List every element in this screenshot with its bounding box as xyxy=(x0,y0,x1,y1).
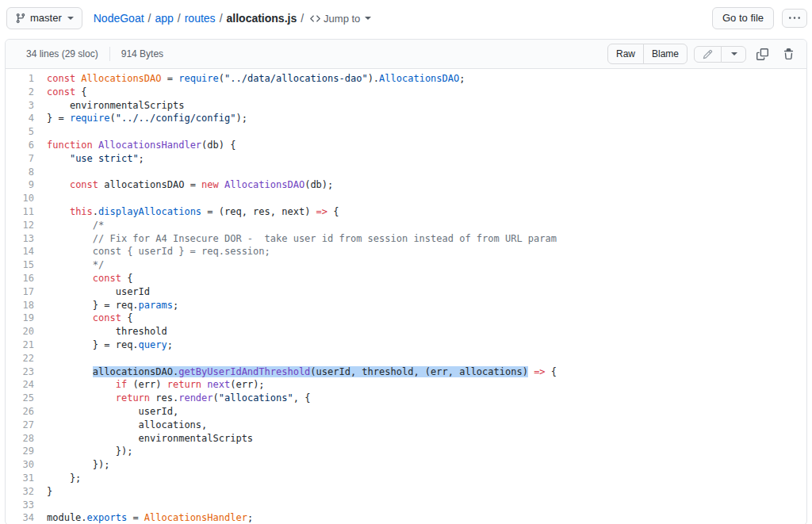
code-token: function xyxy=(47,140,93,151)
breadcrumb-repo-link[interactable]: NodeGoat xyxy=(94,12,144,25)
line-number[interactable]: 4 xyxy=(6,112,40,125)
code-token xyxy=(93,140,98,151)
code-token: (db); xyxy=(304,179,333,190)
raw-button[interactable]: Raw xyxy=(607,44,644,64)
line-number[interactable]: 24 xyxy=(6,378,40,392)
line-number[interactable]: 10 xyxy=(6,192,40,205)
copy-icon xyxy=(756,48,768,60)
branch-name: master xyxy=(30,11,62,25)
code-token: const xyxy=(93,273,121,284)
code-line: 4} = require("../../config/config"); xyxy=(6,112,806,125)
breadcrumb-dir-link-routes[interactable]: routes xyxy=(185,12,216,25)
code-line: 3 environmentalScripts xyxy=(6,99,806,113)
line-number[interactable]: 1 xyxy=(6,72,40,86)
line-content: allocationsDAO.getByUserIdAndThreshold(u… xyxy=(40,365,806,379)
line-content: } = require("../../config/config"); xyxy=(40,112,806,125)
line-number[interactable]: 30 xyxy=(6,458,40,472)
code-token: = xyxy=(162,73,179,84)
copy-file-button[interactable] xyxy=(753,46,772,63)
edit-dropdown-button[interactable] xyxy=(721,46,746,63)
line-number[interactable]: 7 xyxy=(6,152,40,166)
line-number[interactable]: 8 xyxy=(6,166,40,179)
line-number[interactable]: 12 xyxy=(6,219,40,232)
code-token: const xyxy=(47,73,75,84)
code-line: 25 return res.render("allocations", { xyxy=(6,392,806,405)
code-token: "../data/allocations-dao" xyxy=(224,73,368,84)
line-number[interactable]: 2 xyxy=(6,86,40,99)
jump-to-dropdown[interactable]: Jump to xyxy=(310,13,371,25)
code-line: 27 allocations, xyxy=(6,419,806,432)
line-content: } = req.params; xyxy=(40,299,806,312)
code-token: => xyxy=(534,366,545,377)
code-line: 21 } = req.query; xyxy=(6,338,806,352)
line-number[interactable]: 11 xyxy=(6,205,40,219)
code-token: render xyxy=(178,392,213,404)
line-number[interactable]: 23 xyxy=(6,365,40,379)
code-token xyxy=(219,179,224,190)
line-content: environmentalScripts xyxy=(40,99,806,113)
line-number[interactable]: 20 xyxy=(6,325,40,338)
code-token xyxy=(47,206,70,217)
delete-file-button[interactable] xyxy=(779,46,799,63)
line-number[interactable]: 16 xyxy=(6,272,40,285)
line-content xyxy=(40,499,806,512)
line-content xyxy=(40,125,806,139)
line-number[interactable]: 26 xyxy=(6,405,40,419)
code-token: = xyxy=(127,512,144,523)
line-content: userId xyxy=(40,285,806,299)
breadcrumb-separator: / xyxy=(178,12,181,25)
line-number[interactable]: 27 xyxy=(6,419,40,432)
line-number[interactable]: 21 xyxy=(6,338,40,352)
more-options-button[interactable] xyxy=(782,9,807,28)
code-line: 26 userId, xyxy=(6,405,806,419)
blame-button[interactable]: Blame xyxy=(643,44,688,64)
line-number[interactable]: 29 xyxy=(6,445,40,458)
code-token: const { userId } = req.session; xyxy=(93,246,270,257)
line-number[interactable]: 28 xyxy=(6,432,40,446)
line-number[interactable]: 33 xyxy=(6,499,40,512)
line-content: return res.render("allocations", { xyxy=(40,392,806,405)
line-number[interactable]: 3 xyxy=(6,99,40,113)
code-line: 6function AllocationsHandler(db) { xyxy=(6,139,806,152)
code-token: AllocationsDAO xyxy=(224,179,304,190)
line-number[interactable]: 19 xyxy=(6,312,40,325)
line-content: }; xyxy=(40,472,806,485)
breadcrumb-file-name: allocations.js xyxy=(227,12,297,25)
line-number[interactable]: 32 xyxy=(6,485,40,499)
code-token: // Fix for A4 Insecure DOR - take user i… xyxy=(93,233,557,244)
line-content: const { userId } = req.session; xyxy=(40,245,806,258)
code-token: => xyxy=(316,206,327,217)
code-token: "../../config/config" xyxy=(116,113,236,124)
code-token: = (req, res, next) xyxy=(201,206,316,217)
code-line: 15 */ xyxy=(6,258,806,272)
code-token: { xyxy=(121,312,132,323)
line-number[interactable]: 18 xyxy=(6,299,40,312)
file-size-info: 914 Bytes xyxy=(121,48,163,59)
line-number[interactable]: 6 xyxy=(6,139,40,152)
code-token: next xyxy=(207,379,230,390)
line-number[interactable]: 31 xyxy=(6,472,40,485)
line-number[interactable]: 17 xyxy=(6,285,40,299)
code-line: 16 const { xyxy=(6,272,806,285)
code-icon xyxy=(310,13,320,24)
code-token: ; xyxy=(167,339,173,350)
line-content: const AllocationsDAO = require("../data/… xyxy=(40,72,806,86)
code-token xyxy=(47,179,70,190)
line-number[interactable]: 5 xyxy=(6,125,40,139)
line-number[interactable]: 15 xyxy=(6,258,40,272)
go-to-file-button[interactable]: Go to file xyxy=(712,7,774,29)
code-token: } = xyxy=(47,113,70,124)
line-number[interactable]: 34 xyxy=(6,511,40,524)
line-number[interactable]: 22 xyxy=(6,352,40,365)
line-number[interactable]: 14 xyxy=(6,245,40,258)
line-number[interactable]: 25 xyxy=(6,392,40,405)
line-number[interactable]: 9 xyxy=(6,178,40,192)
edit-file-button[interactable] xyxy=(694,46,722,63)
line-number[interactable]: 13 xyxy=(6,232,40,246)
code-token: this xyxy=(70,206,93,217)
git-branch-icon xyxy=(15,13,26,24)
branch-selector-button[interactable]: master xyxy=(6,7,82,29)
breadcrumb-dir-link-app[interactable]: app xyxy=(155,12,173,25)
code-line: 10 xyxy=(6,192,806,205)
code-token: displayAllocations xyxy=(98,206,201,217)
